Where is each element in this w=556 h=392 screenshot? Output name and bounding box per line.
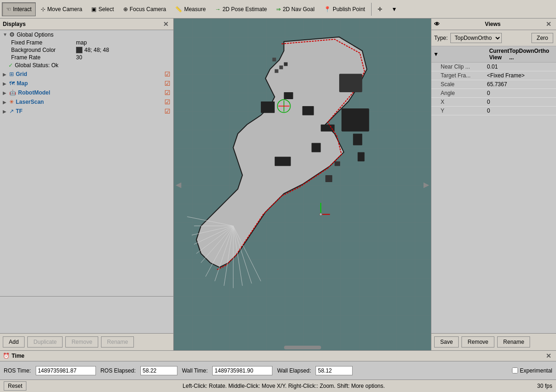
map-label: Map (17, 80, 28, 87)
current-view-expand-icon[interactable]: ▼ (433, 51, 487, 57)
nav-goal-button[interactable]: ⇒ 2D Nav Goal (272, 2, 319, 16)
svg-rect-32 (275, 69, 278, 73)
center-viewport[interactable]: ◀ ▶ (174, 19, 431, 350)
target-frame-value[interactable]: <Fixed Frame> (487, 72, 524, 79)
map-checkbox[interactable]: ☑ (164, 80, 171, 87)
toolbar: ☜ Interact ⊹ Move Camera ▣ Select ⊕ Focu… (0, 0, 556, 19)
pose-estimate-button[interactable]: → 2D Pose Estimate (211, 2, 271, 16)
global-status-item[interactable]: ✓ Global Status: Ok (0, 61, 173, 70)
displays-title: Displays (3, 21, 25, 27)
laser-scan-item[interactable]: ▶ ✳ LaserScan ☑ (0, 97, 173, 107)
viewport-right-arrow[interactable]: ▶ (423, 180, 429, 189)
tf-item[interactable]: ▶ ↗ TF ☑ (0, 107, 173, 116)
add-toolbar-button[interactable]: ✛ (373, 2, 386, 16)
frame-rate-value[interactable]: 30 (76, 54, 82, 61)
svg-rect-30 (353, 134, 362, 145)
global-options-arrow[interactable]: ▼ (3, 32, 8, 37)
right-panel: 👁 Views ✕ Type: TopDownOrtho Orbit FPS Z… (431, 19, 556, 350)
rename-display-button[interactable]: Rename (101, 336, 134, 348)
map-item[interactable]: ▶ 🗺 Map ☑ (0, 79, 173, 88)
global-options-item[interactable]: ▼ ⚙ Global Options (0, 30, 173, 39)
svg-rect-1 (261, 101, 275, 113)
views-tree-header: ▼ Current View TopDownOrtho ... (431, 46, 556, 63)
angle-value[interactable]: 0 (487, 90, 490, 96)
type-select[interactable]: TopDownOrtho Orbit FPS (450, 33, 502, 43)
svg-rect-28 (341, 108, 369, 132)
zero-button[interactable]: Zero (531, 33, 553, 43)
more-button[interactable]: ▼ (387, 2, 401, 16)
near-clip-row: Near Clip ... 0.01 (431, 63, 556, 71)
focus-camera-button[interactable]: ⊕ Focus Camera (119, 2, 171, 16)
laser-scan-checkbox[interactable]: ☑ (164, 98, 171, 106)
svg-rect-27 (335, 161, 340, 166)
map-arrow[interactable]: ▶ (3, 81, 8, 86)
time-close-button[interactable]: ✕ (544, 352, 553, 360)
main-layout: Displays ✕ ▼ ⚙ Global Options Fixed Fram… (0, 19, 556, 350)
global-options-label: Global Options (17, 32, 53, 38)
clock-icon: ⏰ (3, 353, 10, 359)
views-type-row: Type: TopDownOrtho Orbit FPS Zero (431, 30, 556, 46)
y-value[interactable]: 0 (487, 107, 490, 114)
x-value[interactable]: 0 (487, 99, 490, 105)
angle-label: Angle (441, 90, 487, 96)
left-panel: Displays ✕ ▼ ⚙ Global Options Fixed Fram… (0, 19, 174, 350)
y-row: Y 0 (431, 107, 556, 115)
target-frame-row: Target Fra... <Fixed Frame> (431, 71, 556, 80)
toolbar-separator (371, 3, 372, 16)
remove-display-button[interactable]: Remove (65, 336, 98, 348)
grid-checkbox[interactable]: ☑ (164, 70, 171, 78)
select-icon: ▣ (91, 6, 96, 13)
robot-model-arrow[interactable]: ▶ (3, 90, 8, 95)
left-bottom-area (0, 296, 173, 333)
scale-row: Scale 65.7367 (431, 80, 556, 89)
laser-scan-arrow[interactable]: ▶ (3, 100, 8, 105)
rename-view-button[interactable]: Rename (497, 336, 530, 348)
views-buttons: Save Remove Rename (431, 333, 556, 350)
reset-button[interactable]: Reset (4, 381, 26, 391)
laser-scan-icon: ✳ (9, 99, 14, 105)
global-status-check-icon: ✓ (8, 62, 13, 69)
add-display-button[interactable]: Add (3, 336, 25, 348)
fixed-frame-value[interactable]: map (76, 39, 87, 46)
viewport-left-arrow[interactable]: ◀ (176, 180, 181, 189)
measure-button[interactable]: 📏 Measure (171, 2, 210, 16)
background-color-prop: Background Color 48; 48; 48 (0, 46, 173, 54)
save-view-button[interactable]: Save (434, 336, 459, 348)
robot-model-item[interactable]: ▶ 🤖 RobotModel ☑ (0, 88, 173, 97)
background-color-value[interactable]: 48; 48; 48 (76, 47, 109, 53)
grid-arrow[interactable]: ▶ (3, 72, 8, 77)
map-visualization[interactable] (174, 19, 431, 350)
experimental-checkbox-label[interactable]: Experimental (512, 367, 552, 374)
bottom-panel: ⏰ Time ✕ ROS Time: ROS Elapsed: Wall Tim… (0, 350, 556, 392)
experimental-checkbox[interactable] (512, 367, 518, 373)
grid-label: Grid (16, 71, 27, 77)
svg-rect-31 (358, 152, 365, 161)
ros-elapsed-input[interactable] (140, 366, 177, 375)
views-icon: 👁 (434, 21, 440, 27)
tf-checkbox[interactable]: ☑ (164, 107, 171, 115)
remove-view-button[interactable]: Remove (461, 336, 494, 348)
duplicate-display-button[interactable]: Duplicate (27, 336, 63, 348)
displays-close-button[interactable]: ✕ (161, 20, 171, 28)
displays-header: Displays ✕ (0, 19, 173, 30)
publish-point-button[interactable]: 📍 Publish Point (320, 2, 369, 16)
near-clip-value[interactable]: 0.01 (487, 63, 498, 70)
views-close-button[interactable]: ✕ (544, 20, 553, 28)
robot-model-checkbox[interactable]: ☑ (164, 89, 171, 96)
grid-item[interactable]: ▶ ⊞ Grid ☑ (0, 70, 173, 79)
svg-rect-29 (339, 74, 362, 92)
tf-label: TF (16, 108, 23, 114)
focus-camera-icon: ⊕ (123, 6, 128, 13)
interact-button[interactable]: ☜ Interact (2, 2, 36, 16)
wall-time-input[interactable] (212, 366, 272, 375)
tf-arrow[interactable]: ▶ (3, 109, 8, 114)
select-button[interactable]: ▣ Select (87, 2, 118, 16)
color-swatch (76, 47, 82, 53)
status-bar: Reset Left-Click: Rotate. Middle-Click: … (0, 379, 556, 392)
wall-elapsed-input[interactable] (316, 366, 353, 375)
angle-row: Angle 0 (431, 89, 556, 98)
ros-time-input[interactable] (36, 366, 96, 375)
scale-value[interactable]: 65.7367 (487, 81, 507, 88)
viewport-scroll[interactable] (284, 346, 321, 349)
move-camera-button[interactable]: ⊹ Move Camera (37, 2, 86, 16)
